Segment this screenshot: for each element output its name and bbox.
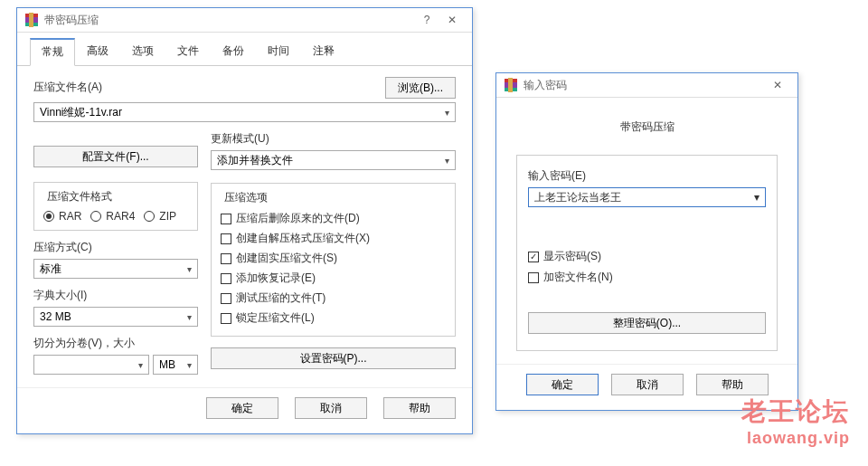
show-password-check[interactable]: ✓显示密码(S): [528, 249, 766, 264]
chevron-down-icon: ▾: [187, 360, 192, 370]
dialog-heading: 带密码压缩: [516, 119, 778, 135]
encrypt-names-check[interactable]: 加密文件名(N): [528, 270, 766, 285]
update-mode-select[interactable]: 添加并替换文件▾: [211, 150, 456, 170]
tab-advanced[interactable]: 高级: [75, 38, 120, 65]
tab-options[interactable]: 选项: [120, 38, 165, 65]
organize-passwords-button[interactable]: 整理密码(O)...: [528, 312, 766, 334]
split-unit-select[interactable]: MB▾: [153, 355, 198, 375]
dict-label: 字典大小(I): [33, 288, 198, 303]
ok-button[interactable]: 确定: [526, 374, 599, 395]
tab-backup[interactable]: 备份: [211, 38, 256, 65]
window-title: 带密码压缩: [44, 13, 414, 28]
winrar-icon: [504, 78, 518, 92]
chevron-down-icon: ▾: [754, 191, 760, 204]
chevron-down-icon: ▾: [445, 156, 449, 166]
tabs: 常规 高级 选项 文件 备份 时间 注释: [17, 33, 472, 66]
opt-delete-after[interactable]: 压缩后删除原来的文件(D): [221, 211, 446, 226]
archive-dialog: 带密码压缩 ? ✕ 常规 高级 选项 文件 备份 时间 注释 压缩文件名(A) …: [16, 7, 473, 434]
ok-button[interactable]: 确定: [206, 397, 278, 419]
opt-sfx[interactable]: 创建自解压格式压缩文件(X): [221, 231, 446, 246]
update-mode-label: 更新模式(U): [211, 131, 456, 147]
dialog-footer: 确定 取消 帮助: [17, 387, 472, 433]
winrar-icon: [24, 13, 39, 27]
split-size-input[interactable]: ▾: [33, 355, 149, 375]
close-button[interactable]: ✕: [765, 77, 790, 93]
password-dialog: 输入密码 ✕ 带密码压缩 输入密码(E) 上老王论坛当老王 ▾ ✓显示密码(S)…: [495, 72, 798, 411]
opt-solid[interactable]: 创建固实压缩文件(S): [221, 251, 446, 266]
chevron-down-icon: ▾: [187, 264, 192, 274]
window-title: 输入密码: [524, 78, 765, 93]
password-input[interactable]: 上老王论坛当老王 ▾: [528, 187, 766, 207]
format-zip[interactable]: ZIP: [144, 210, 176, 223]
cancel-button[interactable]: 取消: [295, 397, 367, 419]
tab-files[interactable]: 文件: [165, 38, 211, 65]
titlebar: 带密码压缩 ? ✕: [17, 8, 472, 33]
help-button[interactable]: 帮助: [383, 397, 456, 419]
browse-button[interactable]: 浏览(B)...: [385, 77, 456, 99]
enter-password-label: 输入密码(E): [528, 168, 766, 184]
svg-rect-7: [508, 78, 513, 92]
format-rar4[interactable]: RAR4: [90, 210, 135, 223]
tab-body: 压缩文件名(A) 浏览(B)... Vinni维妮-11v.rar ▾ 配置文件…: [17, 66, 472, 387]
chevron-down-icon: ▾: [187, 312, 192, 322]
opt-recovery[interactable]: 添加恢复记录(E): [221, 271, 446, 286]
format-label: 压缩文件格式: [43, 189, 116, 204]
options-label: 压缩选项: [221, 190, 271, 205]
opt-test[interactable]: 测试压缩的文件(T): [221, 290, 446, 306]
dict-select[interactable]: 32 MB▾: [33, 307, 198, 327]
help-button[interactable]: 帮助: [696, 374, 769, 395]
tab-time[interactable]: 时间: [256, 38, 301, 65]
set-password-button[interactable]: 设置密码(P)...: [211, 347, 456, 369]
chevron-down-icon: ▾: [138, 360, 143, 370]
archive-name-input[interactable]: Vinni维妮-11v.rar ▾: [33, 102, 456, 122]
close-button[interactable]: ✕: [439, 12, 465, 28]
cancel-button[interactable]: 取消: [611, 374, 684, 395]
opt-lock[interactable]: 锁定压缩文件(L): [221, 310, 446, 326]
method-select[interactable]: 标准▾: [33, 259, 198, 279]
tab-general[interactable]: 常规: [30, 38, 75, 66]
archive-name-label: 压缩文件名(A): [33, 80, 376, 95]
profiles-button[interactable]: 配置文件(F)...: [33, 146, 198, 167]
tab-comment[interactable]: 注释: [301, 38, 346, 65]
help-button[interactable]: ?: [414, 12, 439, 28]
format-rar[interactable]: RAR: [43, 210, 81, 223]
chevron-down-icon: ▾: [445, 108, 449, 118]
titlebar: 输入密码 ✕: [496, 73, 797, 98]
split-label: 切分为分卷(V)，大小: [33, 336, 198, 351]
method-label: 压缩方式(C): [33, 240, 198, 255]
svg-rect-3: [29, 13, 33, 27]
